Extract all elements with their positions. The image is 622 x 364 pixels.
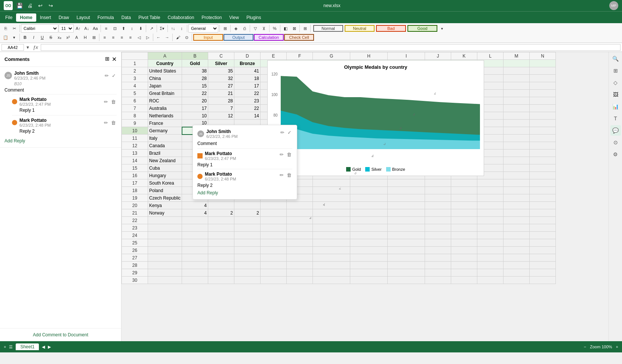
dec-dec-btn[interactable]: ←: [154, 33, 163, 41]
table-cell[interactable]: [425, 179, 451, 187]
undo-icon[interactable]: ↩: [37, 2, 44, 9]
table-cell[interactable]: Poland: [148, 187, 182, 194]
right-search-icon[interactable]: 🔍: [610, 53, 621, 64]
table-cell[interactable]: [504, 254, 530, 262]
table-cell[interactable]: [350, 224, 388, 232]
table-cell[interactable]: 22: [234, 90, 261, 97]
table-cell[interactable]: [208, 232, 234, 239]
table-cell[interactable]: [182, 217, 208, 224]
align-right-btn[interactable]: ≡: [118, 33, 126, 41]
table-cell[interactable]: 41: [234, 67, 261, 75]
table-cell[interactable]: [451, 187, 477, 194]
table-cell[interactable]: [530, 187, 556, 194]
table-cell[interactable]: [261, 262, 287, 269]
table-cell[interactable]: [261, 232, 287, 239]
indent-dec-btn[interactable]: ◁: [135, 33, 143, 41]
sort-btn[interactable]: ↕: [178, 24, 186, 33]
edit-reply-2-icon[interactable]: ✏: [103, 119, 109, 126]
table-cell[interactable]: [477, 254, 504, 262]
zoom-in-btn[interactable]: +: [616, 345, 618, 349]
popup-edit-reply-2-icon[interactable]: ✏: [279, 172, 284, 179]
table-cell[interactable]: [287, 269, 313, 277]
superscript-btn[interactable]: x²: [64, 33, 72, 41]
font-size-select[interactable]: 11: [59, 24, 74, 33]
right-text-icon[interactable]: T: [610, 113, 621, 124]
table-cell[interactable]: [477, 187, 504, 194]
formula-fx-icon[interactable]: ƒx: [32, 44, 39, 50]
table-cell[interactable]: 2: [208, 209, 234, 217]
table-cell[interactable]: [504, 112, 530, 120]
table-cell[interactable]: [504, 157, 530, 164]
col-header-E[interactable]: E: [261, 52, 287, 60]
table-cell[interactable]: ROC: [148, 97, 182, 105]
styles-expand-btn[interactable]: ▾: [438, 24, 446, 33]
table-cell[interactable]: [287, 277, 313, 284]
menu-pivot[interactable]: Pivot Table: [135, 13, 164, 22]
add-reply-link[interactable]: Add Reply: [4, 138, 117, 144]
table-cell[interactable]: [234, 217, 261, 224]
table-cell[interactable]: [425, 187, 451, 194]
menu-plugins[interactable]: Plugins: [243, 13, 265, 22]
table-cell[interactable]: Germany: [148, 127, 182, 135]
table-cell[interactable]: Kenya: [148, 202, 182, 209]
cond-format-btn[interactable]: ◧: [281, 24, 290, 33]
table-cell[interactable]: [451, 262, 477, 269]
table-cell[interactable]: Canada: [148, 142, 182, 149]
indent-inc-btn[interactable]: ▷: [144, 33, 152, 41]
filter2-btn[interactable]: ⊻: [260, 24, 268, 33]
style-good[interactable]: Good: [407, 25, 437, 32]
subscript-btn[interactable]: x₂: [55, 33, 64, 41]
table-cell[interactable]: [388, 254, 425, 262]
table-cell[interactable]: France: [148, 120, 182, 127]
table-cell[interactable]: 10: [182, 112, 208, 120]
table-cell[interactable]: [504, 232, 530, 239]
col-header-D[interactable]: D: [234, 52, 261, 60]
table-cell[interactable]: [425, 224, 451, 232]
table-cell[interactable]: [530, 217, 556, 224]
table-cell[interactable]: [530, 194, 556, 202]
table-cell[interactable]: [388, 217, 425, 224]
table-cell[interactable]: [208, 202, 234, 209]
table-cell[interactable]: [182, 262, 208, 269]
table-cell[interactable]: [530, 277, 556, 284]
table-cell[interactable]: [451, 277, 477, 284]
col-header-F[interactable]: F: [287, 52, 313, 60]
table-cell[interactable]: Silver: [208, 60, 234, 67]
table-cell[interactable]: [530, 202, 556, 209]
table-cell[interactable]: [504, 202, 530, 209]
table-cell[interactable]: [477, 194, 504, 202]
col-header-G[interactable]: G: [313, 52, 350, 60]
table-cell[interactable]: [504, 194, 530, 202]
table-cell[interactable]: [451, 202, 477, 209]
popup-delete-reply-2-icon[interactable]: 🗑: [286, 172, 292, 179]
table-cell[interactable]: [504, 262, 530, 269]
table-cell[interactable]: [388, 187, 425, 194]
italic-btn[interactable]: I: [30, 33, 38, 41]
table-cell[interactable]: [350, 209, 388, 217]
paste-only-btn[interactable]: ⊙: [182, 33, 191, 41]
col-header-K[interactable]: K: [451, 52, 477, 60]
menu-home[interactable]: Home: [16, 13, 36, 22]
table-cell[interactable]: [504, 247, 530, 254]
table-cell[interactable]: [477, 247, 504, 254]
underline-btn[interactable]: U: [38, 33, 46, 41]
table-cell[interactable]: [148, 277, 182, 284]
table-cell[interactable]: 21: [208, 90, 234, 97]
table-cell[interactable]: [148, 217, 182, 224]
comments-filter-icon[interactable]: ⊞: [105, 56, 110, 63]
table-cell[interactable]: [530, 172, 556, 179]
sort-asc-btn[interactable]: ↑↓: [169, 24, 177, 33]
grid-container[interactable]: A B C D E F G H I J K L M N: [121, 52, 609, 341]
table-cell[interactable]: [313, 262, 350, 269]
table-cell[interactable]: Cuba: [148, 164, 182, 172]
table-cell[interactable]: [477, 269, 504, 277]
table-cell[interactable]: Czech Republic: [148, 194, 182, 202]
table-cell[interactable]: [530, 209, 556, 217]
table-cell[interactable]: [425, 217, 451, 224]
right-table-icon[interactable]: ⊞: [610, 65, 621, 76]
table-cell[interactable]: 38: [182, 67, 208, 75]
table-cell[interactable]: [530, 262, 556, 269]
table-cell[interactable]: [504, 82, 530, 90]
table-cell[interactable]: [530, 105, 556, 112]
table-cell[interactable]: [313, 239, 350, 247]
